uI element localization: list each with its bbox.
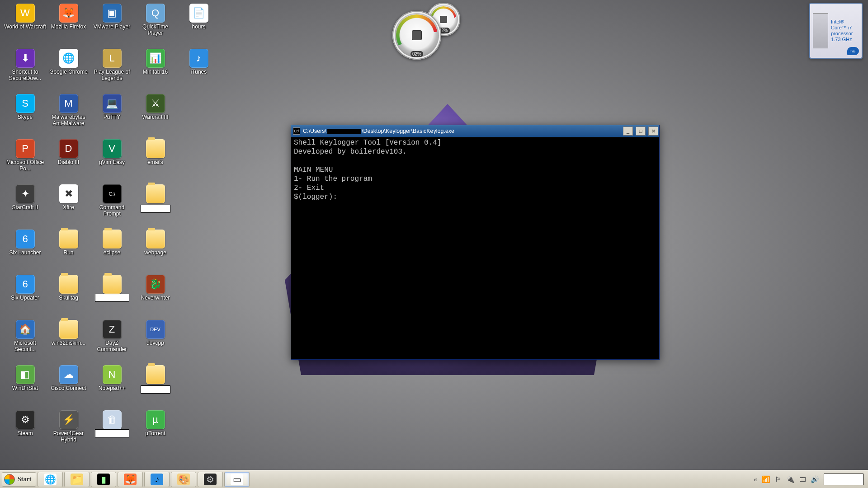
desktop-icon-label: World of Warcraft [4, 24, 46, 30]
desktop-icon-steam[interactable]: ⚙Steam [4, 410, 47, 437]
desktop-icon-redacted[interactable] [90, 275, 133, 302]
tray-clock[interactable] [824, 474, 863, 485]
taskbar-button-paint[interactable]: 🎨 [171, 472, 196, 487]
desktop-icon-eclipse[interactable]: eclipse [90, 230, 133, 256]
desktop-icon-label: devcpp [146, 340, 164, 347]
app-icon: N [103, 365, 122, 384]
desktop-icon-itunes[interactable]: ♪iTunes [177, 49, 220, 75]
desktop-icon-warcraft-iii[interactable]: ⚔Warcraft III [134, 94, 177, 121]
desktop-icon-six-launcher[interactable]: 6Six Launcher [4, 230, 47, 256]
app-icon: 💻 [103, 94, 122, 113]
close-button[interactable]: ✕ [648, 127, 658, 136]
desktop-icon-skype[interactable]: SSkype [4, 94, 47, 121]
taskbar-button-cmd[interactable]: ▮ [91, 472, 116, 487]
tray-icon-4[interactable]: 🔊 [811, 475, 819, 483]
minimize-button[interactable]: _ [623, 127, 633, 136]
tray-chevron-icon[interactable]: « [754, 475, 757, 483]
desktop-icon-dayz-commander[interactable]: ZDayZ Commander [90, 320, 133, 353]
app-icon: ▣ [103, 4, 122, 23]
desktop-icon-label: Command Prompt [91, 205, 133, 217]
desktop-icon-label: Power4Gear Hybrid [47, 431, 90, 443]
app-icon: 6 [16, 230, 35, 249]
taskbar-button-itunes[interactable]: ♪ [144, 472, 170, 487]
maximize-button[interactable]: □ [636, 127, 646, 136]
console-title-text: C:\Users\\Desktop\Keylogger\BasicKeylog.… [303, 128, 454, 134]
explorer-icon: 📁 [71, 474, 83, 485]
taskbar-button-explorer[interactable]: 📁 [64, 472, 90, 487]
desktop-icon-google-chrome[interactable]: 🌐Google Chrome [47, 49, 90, 75]
desktop-icon-webpage[interactable]: webpage [134, 230, 177, 256]
tray-icon-3[interactable]: 🗔 [799, 475, 806, 483]
desktop-icon-redacted[interactable] [134, 365, 177, 394]
taskbar[interactable]: Start 🌐📁▮🦊♪🎨⚙▭ « 📶🏳🔌🗔🔊 [0, 470, 868, 488]
console-body[interactable]: Shell Keylogger Tool [Version 0.4] Devel… [291, 137, 659, 359]
desktop-icon-play-league-of-legends[interactable]: LPlay League of Legends [90, 49, 133, 82]
desktop-icon-label: Six Updater [11, 295, 39, 301]
cpu-meter-gadget[interactable]: 32% 02% [392, 3, 465, 57]
app-icon: 📊 [146, 49, 165, 68]
app-icon: Z [103, 320, 122, 339]
redacted-username [327, 129, 361, 134]
desktop-icon-devcpp[interactable]: DEVdevcpp [134, 320, 177, 347]
desktop-icon-torrent[interactable]: µµTorrent [134, 410, 177, 437]
desktop-icon-label: DayZ Commander [91, 340, 133, 353]
desktop-icon-shortcut-to-securedow[interactable]: ⬇Shortcut to SecureDow... [4, 49, 47, 82]
desktop-icon-redacted[interactable] [134, 184, 177, 213]
desktop-icon-notepad[interactable]: NNotepad++ [90, 365, 133, 392]
console-window[interactable]: C:\ C:\Users\\Desktop\Keylogger\BasicKey… [291, 125, 660, 360]
taskbar-button-chrome[interactable]: 🌐 [38, 472, 63, 487]
desktop-icon-vmware-player[interactable]: ▣VMware Player [90, 4, 133, 30]
desktop-icon-command-prompt[interactable]: C:\Command Prompt [90, 184, 133, 217]
desktop-icon-hours[interactable]: 📄hours [177, 4, 220, 30]
desktop-icon-redacted[interactable]: 🗑 [90, 410, 133, 437]
app-icon: µ [146, 410, 165, 429]
intel-logo-icon: intel [847, 47, 859, 55]
desktop-icon-gvim-easy[interactable]: VgVim Easy [90, 139, 133, 166]
desktop-icon-six-updater[interactable]: 6Six Updater [4, 275, 47, 301]
desktop-icon-label: Play League of Legends [91, 69, 133, 82]
taskbar-button-firefox[interactable]: 🦊 [118, 472, 143, 487]
desktop-icon-power4gear-hybrid[interactable]: ⚡Power4Gear Hybrid [47, 410, 90, 443]
desktop-icon-microsoft-securit[interactable]: 🏠Microsoft Securit... [4, 320, 47, 353]
desktop-icon-label: µTorrent [145, 431, 165, 437]
app-icon: 🗑 [103, 410, 122, 429]
desktop-icon-run[interactable]: Run [47, 230, 90, 256]
cpu-badge-gadget[interactable]: Intel® Core™ i7 processor 1.73 GHz intel [809, 3, 863, 59]
app-icon: 🏠 [16, 320, 35, 339]
desktop-icon-xfire[interactable]: ✖Xfire [47, 184, 90, 211]
desktop-icon-mozilla-firefox[interactable]: 🦊Mozilla Firefox [47, 4, 90, 30]
desktop-icon-label: Microsoft Office Po... [4, 160, 47, 172]
desktop-icon-label: emails [147, 160, 163, 166]
desktop-icon-label: Xfire [63, 205, 74, 211]
tray-icon-0[interactable]: 📶 [762, 475, 770, 483]
taskbar-button-console-active[interactable]: ▭ [224, 472, 250, 487]
desktop-icon-windirstat[interactable]: ◧WinDirStat [4, 365, 47, 392]
taskbar-button-steam[interactable]: ⚙ [198, 472, 223, 487]
desktop-icon-starcraft-ii[interactable]: ✦StarCraft II [4, 184, 47, 211]
desktop-icon-microsoft-office-po[interactable]: PMicrosoft Office Po... [4, 139, 47, 172]
folder-icon [146, 365, 165, 384]
firefox-icon: 🦊 [124, 474, 137, 485]
desktop-icon-win32diskim[interactable]: win32diskim... [47, 320, 90, 347]
system-tray[interactable]: « 📶🏳🔌🗔🔊 [751, 474, 866, 485]
desktop-icon-emails[interactable]: emails [134, 139, 177, 166]
desktop-icon-world-of-warcraft[interactable]: WWorld of Warcraft [4, 4, 47, 30]
desktop-icon-label: Neverwinter [141, 295, 170, 301]
desktop-icon-neverwinter[interactable]: 🐉Neverwinter [134, 275, 177, 301]
app-icon: M [59, 94, 78, 113]
folder-icon [146, 184, 165, 203]
desktop-icon-label: Notepad++ [99, 385, 125, 392]
tray-icon-1[interactable]: 🏳 [775, 475, 782, 483]
folder-icon [103, 230, 122, 249]
desktop-icon-minitab-16[interactable]: 📊Minitab 16 [134, 49, 177, 75]
desktop-icon-malwarebytes-anti-malware[interactable]: MMalwarebytes Anti-Malware [47, 94, 90, 127]
desktop-icon-diablo-iii[interactable]: DDiablo III [47, 139, 90, 166]
tray-icon-2[interactable]: 🔌 [786, 475, 795, 483]
desktop-icon-quicktime-player[interactable]: QQuickTime Player [134, 4, 177, 37]
app-icon: 🌐 [59, 49, 78, 68]
desktop-icon-cisco-connect[interactable]: ☁Cisco Connect [47, 365, 90, 392]
desktop-icon-putty[interactable]: 💻PuTTY [90, 94, 133, 121]
console-titlebar[interactable]: C:\ C:\Users\\Desktop\Keylogger\BasicKey… [291, 125, 659, 137]
desktop-icon-skulltag[interactable]: Skulltag [47, 275, 90, 301]
start-button[interactable]: Start [2, 472, 36, 487]
